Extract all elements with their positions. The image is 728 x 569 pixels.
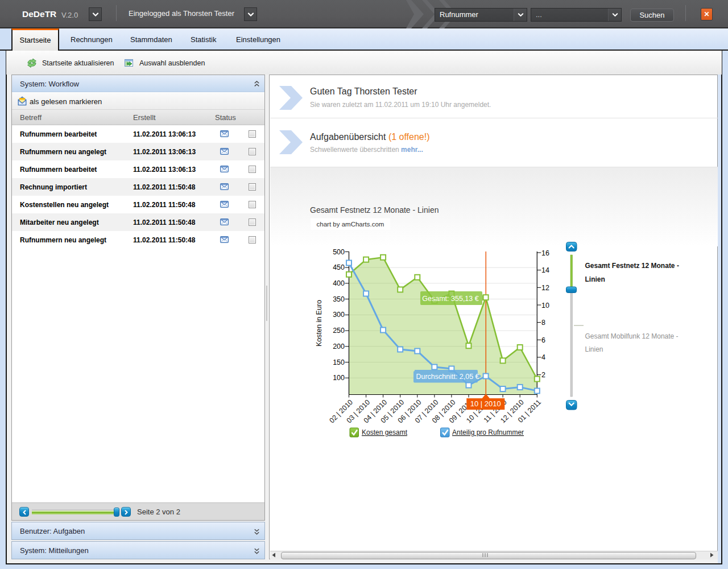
svg-text:14: 14 [541, 266, 549, 274]
svg-text:10: 10 [541, 302, 549, 310]
svg-text:Gesamt: 355,13 €: Gesamt: 355,13 € [422, 295, 478, 303]
svg-text:100: 100 [333, 374, 345, 382]
svg-text:2: 2 [541, 371, 545, 379]
svg-text:450: 450 [333, 263, 345, 271]
svg-text:Linien: Linien [585, 275, 605, 283]
svg-text:Gesamt Mobilfunk 12 Monate -: Gesamt Mobilfunk 12 Monate - [585, 332, 679, 340]
svg-text:300: 300 [333, 311, 345, 319]
svg-text:350: 350 [333, 295, 345, 303]
svg-text:Gesamt Festnetz 12 Monate - Li: Gesamt Festnetz 12 Monate - Linien [310, 205, 439, 215]
svg-text:10 | 2010: 10 | 2010 [470, 399, 501, 408]
svg-text:Gesamt Festnetz 12 Monate -: Gesamt Festnetz 12 Monate - [585, 262, 679, 270]
svg-text:400: 400 [333, 279, 345, 287]
svg-text:Linien: Linien [585, 345, 603, 353]
svg-text:500: 500 [333, 248, 345, 256]
svg-text:Durchschnitt: 2,05 €: Durchschnitt: 2,05 € [416, 373, 479, 381]
svg-text:Kosten in Euro: Kosten in Euro [315, 300, 323, 347]
svg-text:8: 8 [541, 319, 545, 327]
svg-text:6: 6 [541, 336, 545, 344]
svg-text:Anteilig pro Rufnummer: Anteilig pro Rufnummer [452, 428, 524, 436]
svg-text:16: 16 [541, 249, 549, 257]
svg-text:chart by amCharts.com: chart by amCharts.com [317, 221, 384, 228]
svg-text:4: 4 [541, 353, 545, 361]
svg-text:Kosten gesamt: Kosten gesamt [362, 428, 408, 436]
svg-text:250: 250 [333, 327, 345, 335]
svg-text:150: 150 [333, 358, 345, 366]
svg-text:200: 200 [333, 343, 345, 351]
svg-text:12: 12 [541, 284, 549, 292]
